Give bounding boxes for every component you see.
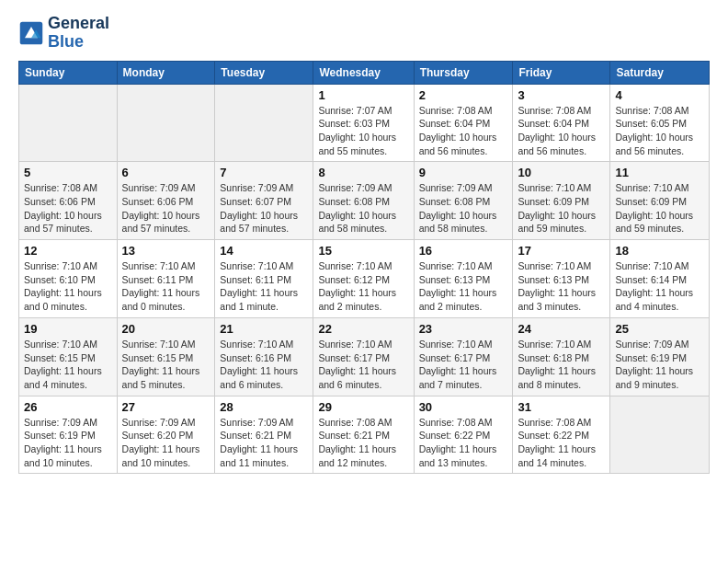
day-number: 26: [24, 400, 112, 414]
day-cell: 2Sunrise: 7:08 AM Sunset: 6:04 PM Daylig…: [414, 84, 513, 162]
day-info: Sunrise: 7:10 AM Sunset: 6:17 PM Dayligh…: [318, 338, 408, 392]
weekday-header-sunday: Sunday: [19, 61, 118, 84]
day-number: 8: [318, 166, 408, 179]
logo-icon: [18, 20, 44, 46]
day-cell: [117, 84, 215, 162]
day-cell: 3Sunrise: 7:08 AM Sunset: 6:04 PM Daylig…: [513, 84, 610, 162]
day-number: 13: [122, 244, 210, 258]
day-cell: 23Sunrise: 7:10 AM Sunset: 6:17 PM Dayli…: [414, 317, 513, 396]
weekday-header-monday: Monday: [117, 61, 215, 84]
day-cell: 29Sunrise: 7:08 AM Sunset: 6:21 PM Dayli…: [313, 396, 414, 474]
day-info: Sunrise: 7:10 AM Sunset: 6:10 PM Dayligh…: [24, 259, 112, 314]
day-cell: 13Sunrise: 7:10 AM Sunset: 6:11 PM Dayli…: [117, 240, 215, 318]
week-row-3: 12Sunrise: 7:10 AM Sunset: 6:10 PM Dayli…: [19, 240, 710, 318]
day-cell: 12Sunrise: 7:10 AM Sunset: 6:10 PM Dayli…: [19, 240, 118, 318]
week-row-5: 26Sunrise: 7:09 AM Sunset: 6:19 PM Dayli…: [19, 396, 710, 474]
day-number: 27: [122, 400, 210, 414]
week-row-4: 19Sunrise: 7:10 AM Sunset: 6:15 PM Dayli…: [19, 317, 710, 396]
day-cell: 10Sunrise: 7:10 AM Sunset: 6:09 PM Dayli…: [513, 162, 610, 240]
day-number: 14: [220, 244, 308, 258]
day-info: Sunrise: 7:08 AM Sunset: 6:04 PM Dayligh…: [419, 104, 508, 158]
day-cell: 17Sunrise: 7:10 AM Sunset: 6:13 PM Dayli…: [513, 240, 610, 318]
day-number: 5: [24, 166, 112, 179]
day-cell: [215, 84, 313, 162]
day-cell: 30Sunrise: 7:08 AM Sunset: 6:22 PM Dayli…: [414, 396, 513, 474]
day-cell: 7Sunrise: 7:09 AM Sunset: 6:07 PM Daylig…: [215, 162, 313, 240]
header: General Blue: [18, 15, 710, 52]
day-number: 10: [518, 166, 605, 179]
day-number: 4: [615, 88, 704, 102]
day-cell: 18Sunrise: 7:10 AM Sunset: 6:14 PM Dayli…: [610, 240, 710, 318]
day-info: Sunrise: 7:08 AM Sunset: 6:05 PM Dayligh…: [615, 104, 704, 158]
day-cell: 15Sunrise: 7:10 AM Sunset: 6:12 PM Dayli…: [313, 240, 414, 318]
day-cell: 19Sunrise: 7:10 AM Sunset: 6:15 PM Dayli…: [19, 317, 118, 396]
day-cell: 20Sunrise: 7:10 AM Sunset: 6:15 PM Dayli…: [117, 317, 215, 396]
day-cell: 27Sunrise: 7:09 AM Sunset: 6:20 PM Dayli…: [117, 396, 215, 474]
day-cell: 22Sunrise: 7:10 AM Sunset: 6:17 PM Dayli…: [313, 317, 414, 396]
day-number: 12: [24, 244, 112, 258]
day-info: Sunrise: 7:07 AM Sunset: 6:03 PM Dayligh…: [318, 104, 408, 158]
day-info: Sunrise: 7:08 AM Sunset: 6:04 PM Dayligh…: [518, 104, 605, 158]
logo-line1: General: [48, 15, 109, 33]
day-cell: 6Sunrise: 7:09 AM Sunset: 6:06 PM Daylig…: [117, 162, 215, 240]
day-number: 6: [122, 166, 210, 179]
day-info: Sunrise: 7:10 AM Sunset: 6:12 PM Dayligh…: [318, 259, 408, 314]
day-info: Sunrise: 7:10 AM Sunset: 6:09 PM Dayligh…: [518, 181, 605, 236]
day-number: 31: [518, 400, 605, 414]
day-number: 15: [318, 244, 408, 258]
day-cell: 16Sunrise: 7:10 AM Sunset: 6:13 PM Dayli…: [414, 240, 513, 318]
day-cell: 28Sunrise: 7:09 AM Sunset: 6:21 PM Dayli…: [215, 396, 313, 474]
day-number: 1: [318, 88, 408, 102]
day-info: Sunrise: 7:10 AM Sunset: 6:11 PM Dayligh…: [220, 259, 308, 314]
day-cell: 24Sunrise: 7:10 AM Sunset: 6:18 PM Dayli…: [513, 317, 610, 396]
day-number: 16: [419, 244, 508, 258]
weekday-header-thursday: Thursday: [414, 61, 513, 84]
day-cell: [610, 396, 710, 474]
weekday-header-tuesday: Tuesday: [215, 61, 313, 84]
day-info: Sunrise: 7:10 AM Sunset: 6:11 PM Dayligh…: [122, 259, 210, 314]
weekday-header-friday: Friday: [513, 61, 610, 84]
day-info: Sunrise: 7:09 AM Sunset: 6:20 PM Dayligh…: [122, 416, 210, 470]
day-info: Sunrise: 7:10 AM Sunset: 6:09 PM Dayligh…: [615, 181, 704, 236]
day-info: Sunrise: 7:09 AM Sunset: 6:19 PM Dayligh…: [615, 338, 704, 392]
day-info: Sunrise: 7:09 AM Sunset: 6:08 PM Dayligh…: [419, 181, 508, 236]
weekday-header-wednesday: Wednesday: [313, 61, 414, 84]
day-info: Sunrise: 7:08 AM Sunset: 6:06 PM Dayligh…: [24, 181, 112, 236]
day-info: Sunrise: 7:08 AM Sunset: 6:22 PM Dayligh…: [518, 416, 605, 470]
logo-line2: Blue: [48, 33, 109, 52]
day-number: 30: [419, 400, 508, 414]
day-cell: [19, 84, 118, 162]
day-number: 23: [419, 322, 508, 336]
week-row-1: 1Sunrise: 7:07 AM Sunset: 6:03 PM Daylig…: [19, 84, 710, 162]
day-number: 19: [24, 322, 112, 336]
day-number: 11: [615, 166, 704, 179]
day-info: Sunrise: 7:10 AM Sunset: 6:18 PM Dayligh…: [518, 338, 605, 392]
day-number: 28: [220, 400, 308, 414]
logo: General Blue: [18, 15, 109, 52]
day-number: 20: [122, 322, 210, 336]
day-cell: 11Sunrise: 7:10 AM Sunset: 6:09 PM Dayli…: [610, 162, 710, 240]
day-info: Sunrise: 7:10 AM Sunset: 6:16 PM Dayligh…: [220, 338, 308, 392]
day-number: 7: [220, 166, 308, 179]
day-cell: 5Sunrise: 7:08 AM Sunset: 6:06 PM Daylig…: [19, 162, 118, 240]
day-cell: 4Sunrise: 7:08 AM Sunset: 6:05 PM Daylig…: [610, 84, 710, 162]
day-number: 2: [419, 88, 508, 102]
day-cell: 21Sunrise: 7:10 AM Sunset: 6:16 PM Dayli…: [215, 317, 313, 396]
day-info: Sunrise: 7:10 AM Sunset: 6:14 PM Dayligh…: [615, 259, 704, 314]
day-number: 24: [518, 322, 605, 336]
day-info: Sunrise: 7:10 AM Sunset: 6:17 PM Dayligh…: [419, 338, 508, 392]
day-number: 3: [518, 88, 605, 102]
day-cell: 1Sunrise: 7:07 AM Sunset: 6:03 PM Daylig…: [313, 84, 414, 162]
day-number: 29: [318, 400, 408, 414]
calendar-table: SundayMondayTuesdayWednesdayThursdayFrid…: [18, 61, 710, 475]
day-info: Sunrise: 7:09 AM Sunset: 6:21 PM Dayligh…: [220, 416, 308, 470]
day-number: 25: [615, 322, 704, 336]
day-info: Sunrise: 7:10 AM Sunset: 6:15 PM Dayligh…: [122, 338, 210, 392]
day-number: 9: [419, 166, 508, 179]
day-cell: 9Sunrise: 7:09 AM Sunset: 6:08 PM Daylig…: [414, 162, 513, 240]
page: General Blue SundayMondayTuesdayWednesda…: [0, 0, 728, 563]
day-info: Sunrise: 7:09 AM Sunset: 6:06 PM Dayligh…: [122, 181, 210, 236]
day-info: Sunrise: 7:10 AM Sunset: 6:13 PM Dayligh…: [518, 259, 605, 314]
day-cell: 14Sunrise: 7:10 AM Sunset: 6:11 PM Dayli…: [215, 240, 313, 318]
day-info: Sunrise: 7:09 AM Sunset: 6:19 PM Dayligh…: [24, 416, 112, 470]
